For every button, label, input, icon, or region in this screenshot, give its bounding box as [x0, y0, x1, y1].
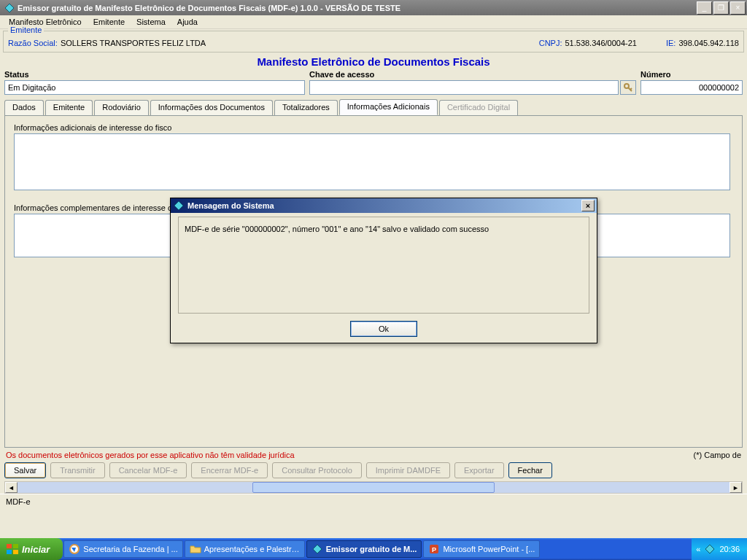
taskbar: Iniciar Secretaria da Fazenda | ... Apre… — [0, 538, 747, 560]
key-icon[interactable] — [620, 80, 636, 95]
campo-obrigatorio-label: (*) Campo de — [694, 451, 741, 459]
footer-row: Os documentos eletrônicos gerados por es… — [0, 448, 747, 461]
ie-label: IE: — [666, 39, 676, 47]
powerpoint-icon: P — [428, 543, 440, 555]
menubar: Manifesto Eletrônico Emitente Sistema Aj… — [0, 15, 747, 29]
chave-label: Chave de acesso — [309, 69, 636, 80]
cnpj-label: CNPJ: — [539, 39, 562, 47]
app-icon — [4, 2, 15, 14]
razao-social-value: SOLLERS TRANSPORTES FELIZ LTDA — [61, 39, 206, 47]
close-button[interactable]: × — [730, 1, 746, 15]
svg-marker-10 — [313, 545, 322, 553]
svg-marker-0 — [5, 4, 14, 12]
page-heading: Manifesto Eletrônico de Documentos Fisca… — [0, 54, 747, 69]
menu-sistema[interactable]: Sistema — [131, 16, 171, 28]
encerrar-mdfe-button: Encerrar MDF-e — [191, 462, 268, 478]
svg-text:P: P — [432, 546, 436, 553]
dialog-body: MDF-e de série "000000002", número "001"… — [178, 217, 589, 314]
status-field: Em Digitação — [4, 80, 305, 95]
numero-field: 000000002 — [640, 80, 743, 95]
tab-certificado-digital: Certificado Digital — [439, 100, 518, 116]
taskbar-item-browser[interactable]: Secretaria da Fazenda | ... — [63, 540, 182, 558]
dialog-message: MDF-e de série "000000002", número "001"… — [185, 225, 489, 233]
salvar-button[interactable]: Salvar — [4, 462, 46, 478]
taskbar-item-label: Apresentações e Palestras — [204, 545, 300, 553]
tray-app-icon[interactable] — [705, 544, 715, 554]
razao-social-label: Razão Social: — [8, 39, 58, 47]
cancelar-mdfe-button: Cancelar MDF-e — [109, 462, 187, 478]
browser-icon — [69, 543, 80, 555]
emitente-legend: Emitente — [8, 26, 44, 34]
tab-dados[interactable]: Dados — [4, 100, 44, 116]
svg-marker-13 — [705, 545, 714, 553]
start-label: Iniciar — [22, 544, 50, 555]
tab-emitente[interactable]: Emitente — [45, 100, 93, 116]
tabstrip: Dados Emitente Rodoviário Informações do… — [0, 95, 747, 115]
dialog-ok-button[interactable]: Ok — [350, 321, 417, 337]
taskbar-item-label: Microsoft PowerPoint - [... — [443, 545, 535, 553]
fisco-textarea[interactable] — [14, 133, 730, 190]
header-info-row: Status Em Digitação Chave de acesso Núme… — [0, 69, 747, 95]
taskbar-item-folder[interactable]: Apresentações e Palestras — [185, 540, 305, 558]
windows-flag-icon — [6, 543, 19, 555]
taskbar-item-powerpoint[interactable]: P Microsoft PowerPoint - [... — [423, 540, 540, 558]
app-statusbar: MDF-e — [0, 494, 747, 508]
scroll-left-arrow[interactable]: ◄ — [5, 482, 18, 493]
dialog-title: Mensagem do Sistema — [187, 201, 274, 210]
transmitir-button: Transmitir — [50, 462, 104, 478]
fisco-label: Informações adicionais de interesse do f… — [14, 123, 733, 132]
svg-rect-6 — [13, 544, 18, 548]
scroll-track[interactable] — [18, 482, 729, 493]
system-tray[interactable]: « 20:36 — [692, 538, 747, 560]
tab-rodoviario[interactable]: Rodoviário — [94, 100, 149, 116]
dialog-close-button[interactable]: × — [581, 200, 595, 211]
tray-expand-icon[interactable]: « — [696, 545, 700, 553]
button-row: Salvar Transmitir Cancelar MDF-e Encerra… — [0, 461, 747, 480]
clock: 20:36 — [719, 545, 740, 553]
dialog-titlebar: Mensagem do Sistema × — [171, 198, 597, 213]
svg-rect-5 — [7, 544, 12, 548]
svg-rect-8 — [13, 550, 18, 554]
restore-button[interactable]: ❐ — [713, 1, 729, 15]
window-title: Emissor gratuito de Manifesto Eletrônico… — [18, 4, 695, 12]
scroll-right-arrow[interactable]: ► — [729, 482, 742, 493]
svg-line-3 — [630, 88, 632, 90]
svg-marker-4 — [174, 201, 183, 210]
horizontal-scrollbar[interactable]: ◄ ► — [4, 481, 743, 494]
chave-field — [309, 80, 619, 95]
tab-totalizadores[interactable]: Totalizadores — [274, 100, 338, 116]
exportar-button: Exportar — [454, 462, 504, 478]
menu-ajuda[interactable]: Ajuda — [171, 16, 204, 28]
ie-value: 398.045.942.118 — [678, 39, 739, 47]
fechar-button[interactable]: Fechar — [508, 462, 552, 478]
scroll-thumb[interactable] — [252, 482, 495, 493]
menu-emitente[interactable]: Emitente — [88, 16, 131, 28]
validity-warning: Os documentos eletrônicos gerados por es… — [6, 451, 694, 459]
tab-info-documentos[interactable]: Informações dos Documentos — [150, 100, 273, 116]
cnpj-value: 51.538.346/0004-21 — [565, 39, 636, 47]
numero-label: Número — [640, 69, 743, 80]
minimize-button[interactable]: _ — [697, 1, 712, 15]
svg-rect-7 — [7, 550, 12, 554]
dialog-icon — [173, 200, 185, 211]
taskbar-item-emissor[interactable]: Emissor gratuito de M... — [306, 540, 422, 558]
window-controls: _ ❐ × — [695, 1, 746, 15]
statusbar-text: MDF-e — [6, 497, 31, 506]
imprimir-damdfe-button: Imprimir DAMDFE — [366, 462, 450, 478]
system-message-dialog: Mensagem do Sistema × MDF-e de série "00… — [170, 198, 597, 343]
app-icon — [311, 543, 323, 555]
emitente-groupbox: Emitente Razão Social: SOLLERS TRANSPORT… — [3, 31, 744, 52]
consultar-protocolo-button: Consultar Protocolo — [272, 462, 362, 478]
titlebar: Emissor gratuito de Manifesto Eletrônico… — [0, 0, 747, 15]
tab-info-adicionais[interactable]: Informações Adicionais — [339, 99, 438, 115]
folder-icon — [190, 543, 201, 555]
start-button[interactable]: Iniciar — [0, 538, 63, 560]
status-label: Status — [4, 69, 305, 80]
taskbar-item-label: Secretaria da Fazenda | ... — [83, 545, 177, 553]
taskbar-item-label: Emissor gratuito de M... — [326, 545, 417, 553]
